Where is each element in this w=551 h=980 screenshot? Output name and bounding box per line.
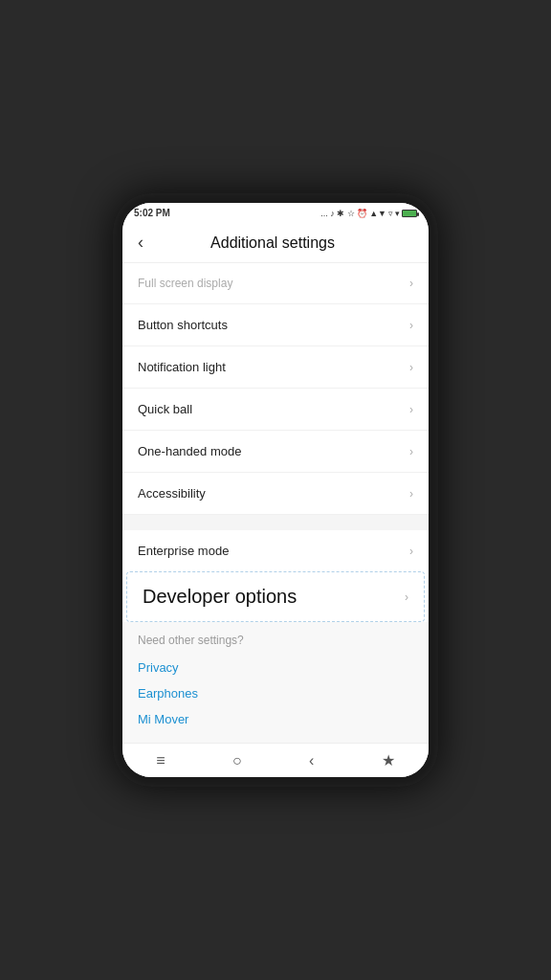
settings-content: Full screen display › Button shortcuts ›… [122,263,429,743]
earphones-link[interactable]: Earphones [138,680,413,706]
settings-item-developer-options[interactable]: Developer options › [126,571,425,622]
phone-frame: 5:02 PM ... ♪ ✱ ☆ ⏰ ▲▼ ▿ ▾ ‹ Additional … [113,193,438,787]
settings-item-label: Enterprise mode [138,544,229,558]
settings-item-label: Accessibility [138,486,206,501]
mi-mover-link[interactable]: Mi Mover [138,706,413,732]
chevron-icon: › [405,590,408,604]
settings-item-label: Full screen display [138,277,232,290]
developer-options-label: Developer options [143,586,297,608]
chevron-icon: › [409,545,413,558]
nav-menu-icon[interactable]: ≡ [156,752,165,769]
status-icons: ... ♪ ✱ ☆ ⏰ ▲▼ ▿ ▾ [320,209,417,218]
chevron-icon: › [409,361,413,374]
need-other-label: Need other settings? [138,634,413,647]
phone-screen: 5:02 PM ... ♪ ✱ ☆ ⏰ ▲▼ ▿ ▾ ‹ Additional … [122,203,429,777]
settings-item-button-shortcuts[interactable]: Button shortcuts › [122,304,429,346]
chevron-icon: › [409,319,413,332]
settings-item-notification-light[interactable]: Notification light › [122,346,429,389]
status-bar: 5:02 PM ... ♪ ✱ ☆ ⏰ ▲▼ ▿ ▾ [122,203,429,223]
nav-home-icon[interactable]: ○ [232,752,242,769]
settings-item-enterprise[interactable]: Enterprise mode › [122,530,429,571]
page-title: Additional settings [155,234,390,252]
chevron-icon: › [409,277,413,290]
settings-item-fullscreen[interactable]: Full screen display › [122,263,429,304]
nav-back-icon[interactable]: ‹ [309,752,314,769]
chevron-icon: › [409,445,413,458]
settings-item-label: Notification light [138,360,226,374]
chevron-icon: › [409,487,413,501]
back-button[interactable]: ‹ [138,233,143,253]
settings-item-quick-ball[interactable]: Quick ball › [122,389,429,431]
battery-icon [402,210,417,217]
settings-item-one-handed[interactable]: One-handed mode › [122,431,429,473]
settings-item-label: Quick ball [138,402,192,416]
chevron-icon: › [409,403,413,416]
settings-item-label: One-handed mode [138,444,241,458]
privacy-link[interactable]: Privacy [138,655,413,680]
nav-bar: ≡ ○ ‹ ★ [122,743,429,777]
settings-item-accessibility[interactable]: Accessibility › [122,473,429,515]
need-other-section: Need other settings? Privacy Earphones M… [122,622,429,743]
section-spacer [122,515,429,530]
settings-item-label: Button shortcuts [138,318,228,332]
nav-bookmark-icon[interactable]: ★ [382,751,395,769]
status-time: 5:02 PM [134,208,170,218]
page-header: ‹ Additional settings [122,223,429,263]
